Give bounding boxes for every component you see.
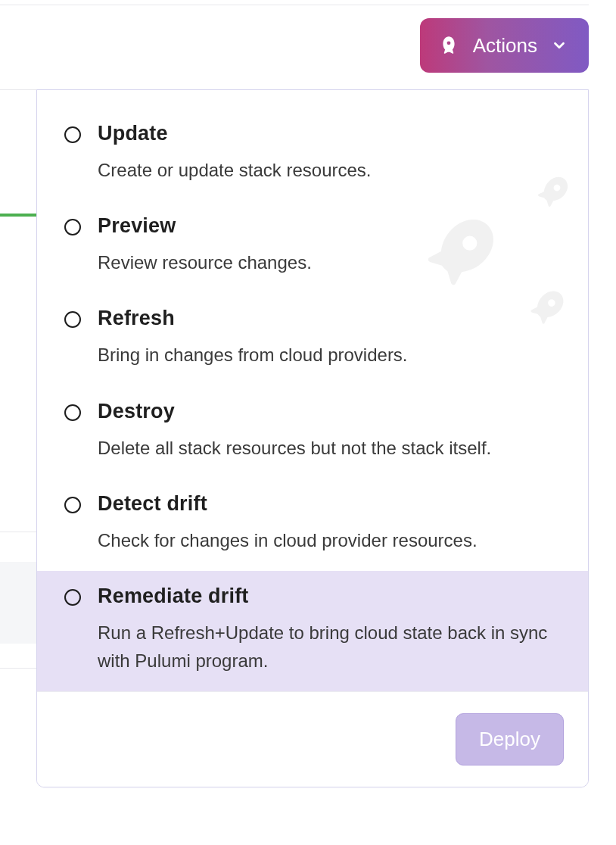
action-option-description: Delete all stack resources but not the s… <box>98 434 561 462</box>
action-option-description: Run a Refresh+Update to bring cloud stat… <box>98 619 561 675</box>
radio-icon <box>64 126 81 143</box>
top-divider <box>0 5 589 5</box>
tab-underline <box>0 214 36 217</box>
bg-divider <box>0 532 36 532</box>
action-option-preview[interactable]: Preview Review resource changes. <box>37 201 588 293</box>
action-option-detect-drift[interactable]: Detect drift Check for changes in cloud … <box>37 479 588 571</box>
deploy-button[interactable]: Deploy <box>456 713 564 765</box>
deploy-button-label: Deploy <box>479 728 540 750</box>
actions-options-list: Update Create or update stack resources.… <box>37 90 588 691</box>
action-option-title: Detect drift <box>98 492 561 516</box>
action-option-description: Review resource changes. <box>98 248 561 276</box>
radio-icon <box>64 311 81 328</box>
action-option-title: Destroy <box>98 400 561 423</box>
bg-gray-row <box>0 562 36 644</box>
actions-dropdown-panel: Update Create or update stack resources.… <box>36 89 589 787</box>
action-option-remediate-drift[interactable]: Remediate drift Run a Refresh+Update to … <box>37 571 588 691</box>
radio-icon <box>64 219 81 235</box>
action-option-title: Remediate drift <box>98 585 561 608</box>
actions-button[interactable]: Actions <box>420 18 589 73</box>
action-option-title: Refresh <box>98 307 561 330</box>
action-option-update[interactable]: Update Create or update stack resources. <box>37 108 588 201</box>
radio-icon <box>64 497 81 513</box>
radio-icon <box>64 404 81 421</box>
chevron-down-icon <box>551 37 568 54</box>
action-option-description: Check for changes in cloud provider reso… <box>98 526 561 554</box>
radio-icon <box>64 589 81 606</box>
action-option-refresh[interactable]: Refresh Bring in changes from cloud prov… <box>37 293 588 385</box>
bg-divider <box>0 668 36 669</box>
action-option-title: Preview <box>98 214 561 238</box>
actions-button-label: Actions <box>473 34 537 58</box>
background-left-strip <box>0 89 36 845</box>
actions-panel-footer: Deploy <box>37 691 588 787</box>
action-option-description: Create or update stack resources. <box>98 156 561 184</box>
action-option-title: Update <box>98 122 561 145</box>
rocket-icon <box>438 35 459 56</box>
action-option-description: Bring in changes from cloud providers. <box>98 341 561 369</box>
action-option-destroy[interactable]: Destroy Delete all stack resources but n… <box>37 386 588 479</box>
